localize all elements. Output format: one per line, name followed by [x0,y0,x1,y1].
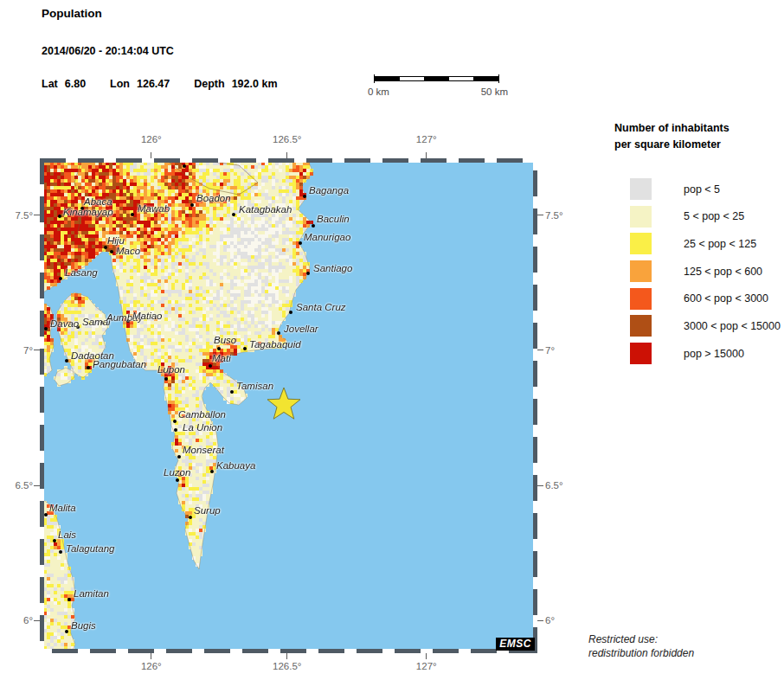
town-label: Abaca [84,196,112,207]
legend-item-label: 125 < pop < 600 [684,266,762,278]
town-dot [173,420,177,423]
town-dot [177,455,181,459]
town-label: Luzon [164,467,190,478]
legend-color-swatch [630,260,652,282]
town-label: Talagutang [66,543,115,554]
lon-label: Lon [110,78,130,90]
lon-tick-label: 126° [141,661,162,671]
lon-tick-label: 127° [416,661,437,671]
town-dot [289,311,292,314]
lat-tick-label: 6° [3,615,33,625]
town-dot [306,272,310,275]
town-label: Matiao [132,311,163,321]
legend-item-label: pop < 5 [684,183,720,196]
town-dot [65,359,68,362]
legend-item-label: 25 < pop < 125 [684,238,756,250]
town-dot [209,364,212,368]
town-dot [183,164,186,168]
town-label: La Union [183,422,222,433]
town-dot [53,539,56,542]
legend-item-label: pop > 15000 [684,348,744,360]
lat-tick-mark [537,620,543,621]
town-label: Lupon [157,364,185,375]
lat-tick-mark [34,485,40,486]
restricted-use-note: Restricted use: redistribution forbidden [588,632,694,660]
legend-color-swatch [630,315,652,337]
map-frame-top [40,158,537,163]
scale-segment [473,77,498,80]
town-dot [217,347,221,350]
legend-color-swatch [630,178,652,200]
legend-color-swatch [630,206,652,228]
lat-value: 6.80 [65,78,86,90]
legend-item: 600 < pop < 3000 [614,288,784,310]
lon-tick-mark [426,152,427,158]
legend-color-swatch [630,343,652,364]
town-dot [44,513,48,516]
scale-segment [400,77,425,80]
town-label: Pangubatan [93,359,146,369]
town-label: Tagabaquid [249,339,301,350]
lat-tick-mark [34,620,40,621]
town-label: Lamitan [74,588,109,599]
lat-tick-label: 7° [3,345,33,356]
town-dot [232,213,235,216]
town-dot [303,195,306,198]
town-label: Jovellar [284,324,318,334]
town-label: Hiju [107,235,125,246]
legend-color-swatch [630,288,652,310]
legend-item: 3000 < pop < 15000 [614,315,784,337]
town-dot [210,470,214,473]
lon-tick-label: 126.5° [273,661,301,671]
legend-item: 25 < pop < 125 [614,233,784,254]
town-dot [65,630,68,633]
lon-tick-mark [286,653,287,659]
legend-item: 125 < pop < 600 [614,260,784,282]
town-dot [189,516,192,519]
lon-tick-label: 126° [141,134,162,144]
town-label: Maco [116,246,140,256]
town-label: Davao [50,318,79,329]
town-dot [230,390,234,394]
population-legend: Number of inhabitants per square kilomet… [614,120,784,370]
town-label: Monserat [183,445,224,455]
legend-item: pop < 5 [614,178,784,200]
town-dot [59,277,62,280]
event-datetime: 2014/06/20 - 20:14:04 UTC [42,45,174,57]
town-dot [87,366,90,369]
page-title: Population [42,7,102,20]
earthquake-epicenter-star-icon [266,388,302,422]
town-label: Kabuaya [216,460,255,471]
lat-label: Lat [42,78,58,90]
town-label: Camballon [178,409,226,420]
town-dot [131,213,134,216]
map-frame-left [40,158,44,653]
town-dot [44,327,48,330]
town-dot [243,347,247,350]
scale-bar: 0 km 50 km [374,76,499,81]
lat-tick-mark [537,215,543,215]
lon-tick-label: 126.5° [273,134,301,144]
town-dot [104,246,107,249]
scale-end-label: 50 km [481,87,508,97]
lat-tick-mark [34,215,40,215]
town-label: Malita [49,503,76,513]
lon-tick-mark [151,152,151,158]
town-label: Buso [214,335,236,345]
town-label: Lasang [65,267,98,278]
town-dot [176,478,179,482]
lat-tick-label: 6.5° [3,480,33,491]
legend-items: pop < 55 < pop < 2525 < pop < 125125 < p… [614,178,784,364]
town-dot [174,428,177,432]
scale-segment [449,77,474,80]
lon-tick-mark [151,653,151,659]
town-label: Boadon [196,193,231,203]
town-label: Bugis [71,620,96,631]
town-label: Santiago [313,263,352,273]
town-label: Mati [212,353,231,363]
lat-tick-mark [537,350,543,350]
lat-tick-mark [34,350,40,350]
town-label: Santa Cruz [296,302,346,312]
lat-tick-label: 6° [545,615,555,625]
map-frame-right [533,158,537,653]
